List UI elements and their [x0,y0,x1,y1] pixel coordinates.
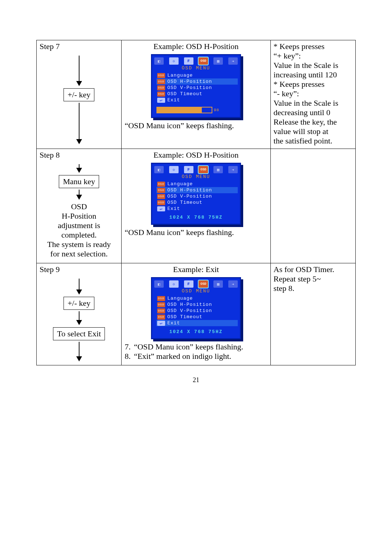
osd-tab-bar: ◧ ☼ F OSD ▦ ➔ [154,280,238,288]
osd-badge-icon: OSD [157,308,165,313]
osd-screenshot-row8: ◧ ☼ F OSD ▦ ➔ OSD MENU OSDLanguage OSDOS… [151,163,241,225]
right-text-line: As for OSD Timer. [274,265,352,274]
right-text-line: * Keeps presses [274,80,352,89]
osd-menu-item-exit: ↵Exit [156,320,238,326]
osd-gauge-track [156,107,212,113]
osd-badge-icon: OSD [157,194,165,199]
row8-middle: Example: OSD H-Position ◧ ☼ F OSD ▦ ➔ OS… [122,149,270,263]
exit-arrow-icon: ➔ [228,280,238,288]
osd-menu-item-exit: ↵Exit [156,206,238,212]
exit-return-icon: ↵ [157,98,165,103]
osd-menu-item-hposition: OSDOSD H-Position [156,301,238,308]
osd-menu-item-vposition: OSDOSD V-Position [156,308,238,314]
right-text-line: step 8. [274,284,352,293]
osd-menu-item-timeout: OSDOSD Timeout [156,91,238,97]
row9-left: Step 9 +/- key To select Exit [37,263,122,365]
osd-tab-bar: ◧ ☼ F OSD ▦ ➔ [154,57,238,65]
osd-menu-list: OSDLanguage OSDOSD H-Position OSDOSD V-P… [154,181,238,212]
right-text-line: “+ key”: [274,51,352,61]
right-text-line: Repeat step 5~ [274,274,352,284]
row7-middle: Example: OSD H-Position ◧ ☼ F OSD ▦ ➔ OS… [122,40,270,149]
arrow-down-line [79,279,79,289]
osd-menu-item-hposition: OSDOSD H-Position [156,78,238,85]
example-title: Example: OSD H-Position [124,150,267,160]
osd-badge-icon: OSD [157,92,165,97]
osd-menu-list: OSDLanguage OSDOSD H-Position OSDOSD V-P… [154,295,238,326]
row8-flow: Manu key OSDH-Position adjustment is com… [40,164,118,260]
flow-box-manu-key: Manu key [59,175,99,188]
flow-box-key: +/- key [64,88,94,101]
exit-arrow-icon: ➔ [228,166,238,173]
osd-gauge-value: 98 [214,108,219,112]
right-text-line: Value in the Scale is [274,61,352,70]
osd-tab-icon: ◧ [154,280,164,288]
right-text-line: Value in the Scale is [274,98,352,108]
row7-right: * Keeps presses“+ key”:Value in the Scal… [270,40,355,149]
row8-left: Step 8 Manu key OSDH-Position adjustment… [37,149,122,263]
screenshot-caption-7: 7. “OSD Manu icon” keeps flashing. [124,342,267,352]
screenshot-caption: “OSD Manu icon” keeps flashing. [124,228,267,237]
arrow-down-line [79,164,79,168]
exit-arrow-icon: ➔ [228,57,238,65]
row9-right: As for OSD Timer.Repeat step 5~step 8. [270,263,355,365]
osd-menu-item-vposition: OSDOSD V-Position [156,193,238,199]
osd-badge-icon: OSD [157,188,165,193]
arrow-down-head [76,195,82,200]
osd-badge-icon: OSD [157,200,165,205]
step-label: Step 8 [40,150,60,160]
function-icon: F [184,280,193,288]
osd-menu-item-hposition: OSDOSD H-Position [156,187,238,193]
exit-return-icon: ↵ [157,321,165,326]
right-text-line: the satisfied point. [274,136,352,146]
osd-badge-icon: OSD [157,73,165,78]
osd-menu-item-language: OSDLanguage [156,295,238,301]
osd-badge-icon: OSD [157,302,165,307]
osd-resolution-text: 1024 X 768 75HZ [154,329,238,335]
osd-badge-icon: OSD [157,315,165,320]
osd-tab-icon: ◧ [154,166,164,173]
grid-icon: ▦ [213,57,223,65]
instruction-table: Step 7 +/- key Example: OSD H-Position ◧… [36,40,356,365]
row8-right [270,149,355,263]
osd-menu-item-timeout: OSDOSD Timeout [156,199,238,206]
row9-flow: +/- key To select Exit [40,279,118,362]
osd-menu-title: OSD MENU [154,65,238,71]
osd-gauge-fill [157,108,202,113]
osd-menu-item-language: OSDLanguage [156,181,238,187]
osd-menu-item-timeout: OSDOSD Timeout [156,314,238,320]
example-title: Example: OSD H-Position [124,42,267,51]
right-text-line: value will stop at [274,127,352,136]
osd-resolution-text: 1024 X 768 75HZ [154,215,238,220]
example-title: Example: Exit [124,265,267,274]
right-text-line: Release the key, the [274,117,352,127]
osd-tab-bar: ◧ ☼ F OSD ▦ ➔ [154,166,238,173]
exit-return-icon: ↵ [157,206,165,211]
osd-gauge: 98 [154,107,238,113]
arrow-down-line [79,190,79,195]
osd-menu-item-language: OSDLanguage [156,72,238,78]
osd-badge-icon: OSD [157,85,165,90]
brightness-icon: ☼ [169,280,179,288]
row9-middle: Example: Exit ◧ ☼ F OSD ▦ ➔ OSD MENU OSD… [122,263,270,365]
flow-text-description: OSDH-Position adjustment is completed.Th… [46,202,112,259]
arrow-down-head [76,81,82,86]
step-label: Step 9 [40,265,60,274]
arrow-down-head [76,168,82,173]
osd-menu-title: OSD MENU [154,288,238,294]
arrow-down-line [79,342,79,356]
arrow-down-line [79,311,79,320]
arrow-down-head [76,139,82,144]
osd-screenshot-row9: ◧ ☼ F OSD ▦ ➔ OSD MENU OSDLanguage OSDOS… [151,277,241,339]
function-icon: F [184,57,193,65]
osd-menu-item-vposition: OSDOSD V-Position [156,85,238,91]
arrow-down-line [79,103,79,139]
osd-menu-item-exit: ↵Exit [156,97,238,103]
function-icon: F [184,166,193,173]
row7-left: Step 7 +/- key [37,40,122,149]
screenshot-caption: “OSD Manu icon” keeps flashing. [124,121,267,130]
row7-flow: +/- key [40,56,118,145]
osd-tab-selected-icon: OSD [199,57,208,65]
arrow-down-head [76,289,82,295]
osd-tab-selected-icon: OSD [199,280,208,288]
brightness-icon: ☼ [169,166,179,173]
